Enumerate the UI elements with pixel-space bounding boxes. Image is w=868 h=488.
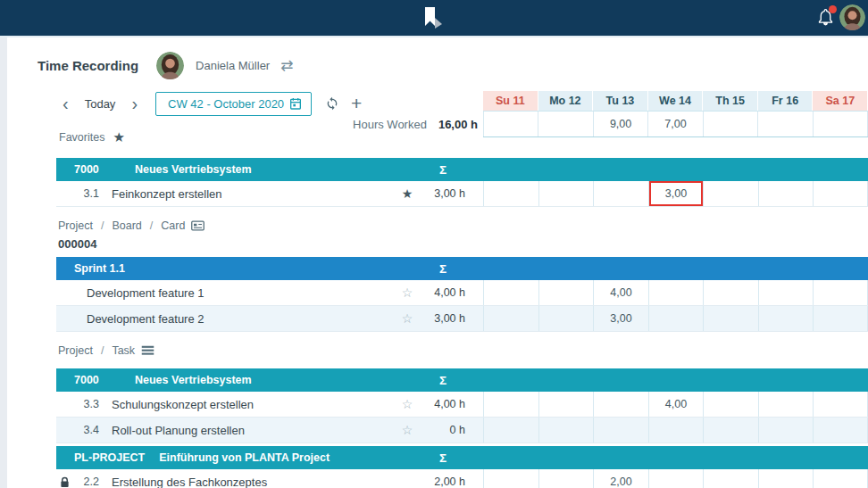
task-id: 3.3 (71, 398, 99, 410)
task-id: 3.4 (71, 424, 99, 436)
time-cell[interactable] (758, 469, 814, 488)
period-value: CW 42 - October 2020 (168, 97, 284, 111)
sum-symbol: Σ (421, 374, 465, 387)
time-cell[interactable] (483, 469, 538, 488)
table-group-header[interactable]: 7000Neues VertriebsystemΣ (56, 368, 868, 392)
time-cell[interactable] (483, 418, 538, 443)
breadcrumb-item-board[interactable]: Board (112, 219, 141, 232)
day-header-cell: We 14 (648, 91, 704, 111)
breadcrumb-item-project[interactable]: Project (58, 219, 93, 232)
today-button[interactable]: Today (85, 97, 116, 111)
day-header-cell: Mo 12 (538, 91, 594, 111)
list-icon (141, 345, 154, 356)
group-header-left: 7000Neues VertriebsystemΣ (56, 368, 483, 392)
time-cell[interactable] (538, 418, 594, 443)
favorites-section-label: Favorites ★ (59, 130, 125, 144)
time-cell[interactable]: 4,00 (648, 392, 704, 417)
favorite-star-icon[interactable]: ☆ (399, 398, 415, 410)
employee-name: Daniela Müller (196, 59, 270, 72)
task-total-hours: 3,00 h (421, 187, 465, 200)
previous-week-button[interactable]: ‹ (57, 95, 74, 112)
time-cell[interactable] (593, 392, 648, 417)
time-cell[interactable] (483, 306, 538, 331)
time-cell[interactable] (483, 181, 538, 206)
time-cell[interactable] (483, 280, 538, 305)
time-recording-tables: 7000Neues VertriebsystemΣ3.1Feinkonzept … (56, 153, 868, 488)
time-cell[interactable] (758, 306, 814, 331)
time-cell[interactable] (648, 306, 704, 331)
switch-user-icon[interactable]: ⇄ (280, 56, 293, 75)
time-cell[interactable]: 4,00 (593, 280, 648, 305)
time-cell[interactable] (813, 306, 868, 331)
time-cell[interactable] (538, 280, 594, 305)
day-header-cell: Su 11 (483, 91, 538, 111)
time-cell[interactable] (703, 392, 758, 417)
time-cell[interactable] (813, 392, 868, 417)
calendar-icon[interactable] (288, 96, 303, 111)
time-table: 7000Neues VertriebsystemΣ3.3Schulungskon… (56, 368, 868, 443)
favorite-star-icon[interactable]: ☆ (399, 286, 415, 299)
time-cell[interactable] (703, 306, 758, 331)
task-total-hours: 2,00 h (421, 476, 465, 488)
breadcrumb-item-project[interactable]: Project (58, 344, 93, 357)
breadcrumb-item-card[interactable]: Card (161, 219, 185, 232)
time-table: Sprint 1.1ΣDevelopment feature 1☆4,00 h4… (56, 257, 868, 332)
time-cell[interactable] (538, 469, 594, 488)
time-cell[interactable] (758, 181, 814, 206)
time-cell[interactable] (703, 280, 758, 305)
time-cell[interactable]: 2,00 (593, 469, 648, 488)
time-cell[interactable] (648, 418, 704, 443)
main-content: Time Recording Daniela Müller ⇄ ‹ Today … (0, 36, 868, 488)
time-cell[interactable] (813, 181, 868, 206)
time-cell[interactable] (703, 469, 758, 488)
notification-badge (829, 5, 837, 13)
task-cell: 3.1Feinkonzept erstellen★3,00 h (56, 181, 483, 206)
day-total-cell (757, 112, 812, 136)
favorite-star-icon[interactable]: ☆ (399, 424, 415, 436)
section-code: 000004 (58, 237, 868, 252)
task-name: Development feature 1 (87, 286, 399, 300)
notifications-bell-icon[interactable] (813, 5, 838, 30)
task-id: 2.2 (71, 476, 99, 488)
time-cell[interactable] (813, 280, 868, 305)
user-avatar[interactable] (839, 4, 865, 30)
day-total-cell: 7,00 (647, 112, 702, 136)
page-header: Time Recording Daniela Müller ⇄ (38, 52, 293, 79)
time-cell[interactable] (813, 469, 868, 488)
table-group-header[interactable]: Sprint 1.1Σ (56, 257, 868, 280)
employee-avatar (156, 52, 184, 79)
time-cell[interactable]: 3,00 (648, 181, 704, 206)
time-cell[interactable] (813, 418, 868, 443)
time-table: PL-PROJECTEinführung von PLANTA ProjectΣ… (56, 446, 868, 488)
table-group-header[interactable]: 7000Neues VertriebsystemΣ (56, 158, 868, 181)
group-id: 7000 (74, 374, 121, 386)
favorite-star-icon[interactable]: ☆ (399, 312, 415, 325)
time-cell[interactable]: 3,00 (593, 306, 648, 331)
time-cell[interactable] (538, 392, 594, 417)
time-cell[interactable] (703, 181, 758, 206)
time-cell[interactable] (648, 280, 704, 305)
day-header-row: Su 11Mo 12Tu 13We 14Th 15Fr 16Sa 17 (483, 91, 868, 111)
task-total-hours: 4,00 h (421, 286, 465, 299)
favorite-star-icon[interactable]: ★ (399, 187, 415, 200)
breadcrumb: Project/Task (58, 343, 868, 358)
time-cell[interactable] (758, 280, 814, 305)
lock-icon (60, 476, 71, 488)
time-cell[interactable] (758, 392, 814, 417)
time-cell[interactable] (538, 181, 594, 206)
time-cell[interactable] (593, 181, 648, 206)
breadcrumb-item-task[interactable]: Task (112, 344, 135, 357)
time-cell[interactable] (648, 469, 704, 488)
time-cell[interactable] (483, 392, 538, 417)
group-id: 7000 (74, 163, 121, 176)
time-cell[interactable] (758, 418, 814, 443)
group-title: Sprint 1.1 (74, 262, 421, 275)
group-header-left: PL-PROJECTEinführung von PLANTA ProjectΣ (56, 446, 483, 469)
table-group-header[interactable]: PL-PROJECTEinführung von PLANTA ProjectΣ (56, 446, 868, 469)
next-week-button[interactable]: › (126, 95, 143, 112)
day-total-cell (538, 112, 592, 136)
time-cell[interactable] (593, 418, 648, 443)
time-cell[interactable] (703, 418, 758, 443)
refresh-icon[interactable] (325, 96, 339, 111)
time-cell[interactable] (538, 306, 594, 331)
